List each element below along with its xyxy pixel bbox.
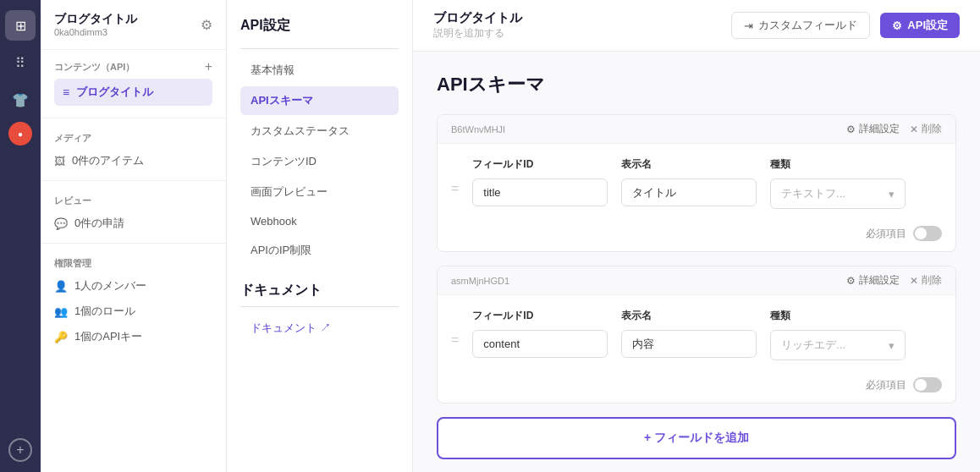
sidebar-subtitle: 0ka0hdimm3 — [54, 27, 137, 37]
contents-add-button[interactable]: + — [205, 60, 212, 74]
sidebar-media-item[interactable]: 🖼 0件のアイテム — [41, 148, 226, 173]
mid-nav-basic-info[interactable]: 基本情報 — [240, 56, 399, 85]
top-bar-title: ブログタイトル — [433, 10, 522, 26]
add-field-button[interactable]: + フィールドを追加 — [437, 417, 956, 459]
field-name-group-2: 表示名 — [621, 309, 757, 358]
chevron-down-icon-2: ▾ — [889, 339, 895, 352]
main-content: ブログタイトル 説明を追加する ⇥ カスタムフィールド ⚙ API設定 APIス… — [413, 0, 980, 472]
custom-fields-button[interactable]: ⇥ カスタムフィールド — [731, 12, 870, 39]
required-label-1: 必須項目 — [866, 227, 906, 241]
schema-card-2: asmMjnHGD1 ⚙ 詳細設定 ✕ 削除 = フィールドID — [437, 266, 956, 403]
mid-nav-ip-restrict[interactable]: APIのIP制限 — [240, 236, 399, 265]
schema-card-1-detail-btn[interactable]: ⚙ 詳細設定 — [846, 122, 900, 136]
schema-card-2-id: asmMjnHGD1 — [451, 276, 509, 286]
chevron-down-icon: ▾ — [889, 188, 895, 200]
mid-panel-title: API設定 — [240, 17, 399, 35]
custom-fields-icon: ⇥ — [744, 19, 753, 32]
nav-icon-dot[interactable]: ● — [8, 122, 32, 145]
delete-label: 削除 — [922, 122, 942, 136]
delete-label-2: 削除 — [922, 273, 942, 288]
top-bar-subtitle[interactable]: 説明を追加する — [433, 26, 522, 41]
field-id-input-2[interactable] — [472, 330, 608, 358]
drag-handle-1[interactable]: = — [451, 181, 459, 196]
required-toggle-2[interactable] — [913, 377, 942, 392]
apikeys-label: 1個のAPIキー — [74, 329, 142, 344]
schema-card-2-header: asmMjnHGD1 ⚙ 詳細設定 ✕ 削除 — [438, 266, 955, 295]
required-toggle-1[interactable] — [913, 226, 942, 241]
field-id-group-2: フィールドID — [472, 309, 608, 358]
nav-icon-apps[interactable]: ⠿ — [5, 47, 36, 78]
schema-card-2-detail-btn[interactable]: ⚙ 詳細設定 — [846, 273, 900, 288]
mid-nav-screen-preview[interactable]: 画面プレビュー — [240, 178, 399, 206]
sidebar-review-item[interactable]: 💬 0件の申請 — [41, 211, 226, 236]
schema-card-1-header: B6tWnvMHJI ⚙ 詳細設定 ✕ 削除 — [438, 115, 955, 144]
content-title: APIスキーマ — [437, 72, 956, 97]
sidebar-apikeys-item[interactable]: 🔑 1個のAPIキー — [41, 324, 226, 349]
custom-fields-label: カスタムフィールド — [758, 18, 857, 33]
icon-bar: ⊞ ⠿ 👕 ● + — [0, 0, 41, 472]
mid-nav-content-id[interactable]: コンテンツID — [240, 147, 399, 176]
permissions-section-label: 権限管理 — [41, 250, 226, 273]
required-row-2: 必須項目 — [438, 374, 955, 403]
display-name-input-2[interactable] — [621, 330, 757, 358]
schema-card-1-id: B6tWnvMHJI — [451, 124, 505, 134]
field-id-label: フィールドID — [472, 157, 608, 172]
type-select-1[interactable]: テキストフ... ▾ — [770, 178, 906, 209]
schema-card-1-delete-btn[interactable]: ✕ 削除 — [910, 122, 942, 136]
required-row-1: 必須項目 — [438, 222, 955, 251]
gear-icon-2: ⚙ — [846, 275, 856, 287]
media-item-label: 0件のアイテム — [72, 153, 144, 168]
sidebar-item-blog[interactable]: ≡ ブログタイトル — [54, 79, 212, 106]
field-id-input-1[interactable] — [472, 178, 608, 206]
list-icon: ≡ — [63, 85, 69, 99]
type-label-2: 種類 — [770, 309, 906, 323]
api-settings-icon: ⚙ — [892, 19, 902, 32]
contents-section: コンテンツ（API） + ≡ ブログタイトル — [41, 50, 226, 111]
top-bar-left: ブログタイトル 説明を追加する — [433, 10, 522, 41]
mid-nav-api-schema[interactable]: APIスキーマ — [240, 86, 399, 115]
nav-icon-shirt[interactable]: 👕 — [5, 85, 36, 115]
mid-nav-webhook[interactable]: Webhook — [240, 208, 399, 234]
api-settings-button[interactable]: ⚙ API設定 — [880, 13, 960, 38]
detail-label: 詳細設定 — [859, 122, 900, 136]
sidebar-gear-icon[interactable]: ⚙ — [201, 17, 212, 33]
display-name-label-2: 表示名 — [621, 309, 757, 323]
sidebar-item-blog-label: ブログタイトル — [76, 85, 153, 100]
type-select-2[interactable]: リッチエデ... ▾ — [770, 330, 906, 360]
schema-card-1-body: = フィールドID 表示名 種類 テキストフ... ▾ — [438, 144, 955, 222]
type-select-1-value: テキストフ... — [781, 186, 845, 201]
api-settings-label: API設定 — [907, 18, 948, 33]
field-type-group-1: 種類 テキストフ... ▾ — [770, 157, 906, 209]
docs-link-label: ドキュメント ↗ — [251, 321, 331, 336]
schema-card-1-actions: ⚙ 詳細設定 ✕ 削除 — [846, 122, 942, 136]
nav-icon-grid[interactable]: ⊞ — [5, 10, 36, 41]
display-name-input-1[interactable] — [621, 178, 757, 206]
required-label-2: 必須項目 — [866, 378, 906, 392]
add-project-button[interactable]: + — [8, 438, 32, 462]
sidebar-roles-item[interactable]: 👥 1個のロール — [41, 299, 226, 324]
sidebar-title-group: ブログタイトル 0ka0hdimm3 — [54, 12, 137, 37]
left-sidebar: ブログタイトル 0ka0hdimm3 ⚙ コンテンツ（API） + ≡ ブログタ… — [41, 0, 227, 472]
close-icon: ✕ — [910, 123, 918, 135]
close-icon-2: ✕ — [910, 275, 918, 287]
sidebar-members-item[interactable]: 👤 1人のメンバー — [41, 273, 226, 299]
review-icon: 💬 — [54, 217, 68, 230]
mid-nav-custom-status[interactable]: カスタムステータス — [240, 117, 399, 145]
top-bar: ブログタイトル 説明を追加する ⇥ カスタムフィールド ⚙ API設定 — [413, 0, 980, 52]
media-section-label: メディア — [41, 125, 226, 148]
field-type-group-2: 種類 リッチエデ... ▾ — [770, 309, 906, 360]
field-id-group-1: フィールドID — [472, 157, 608, 206]
sidebar-main-title: ブログタイトル — [54, 12, 137, 27]
drag-handle-2[interactable]: = — [451, 332, 459, 348]
schema-card-1: B6tWnvMHJI ⚙ 詳細設定 ✕ 削除 = フィールドID — [437, 114, 956, 252]
schema-card-2-actions: ⚙ 詳細設定 ✕ 削除 — [846, 273, 942, 288]
media-icon: 🖼 — [54, 155, 65, 167]
docs-link[interactable]: ドキュメント ↗ — [240, 314, 399, 343]
top-bar-right: ⇥ カスタムフィールド ⚙ API設定 — [731, 12, 960, 39]
roles-label: 1個のロール — [74, 304, 135, 319]
sidebar-header: ブログタイトル 0ka0hdimm3 ⚙ — [41, 0, 226, 50]
schema-card-2-delete-btn[interactable]: ✕ 削除 — [910, 273, 942, 288]
contents-section-header: コンテンツ（API） + — [54, 60, 212, 74]
mid-panel: API設定 基本情報 APIスキーマ カスタムステータス コンテンツID 画面プ… — [227, 0, 413, 472]
member-icon: 👤 — [54, 280, 68, 293]
